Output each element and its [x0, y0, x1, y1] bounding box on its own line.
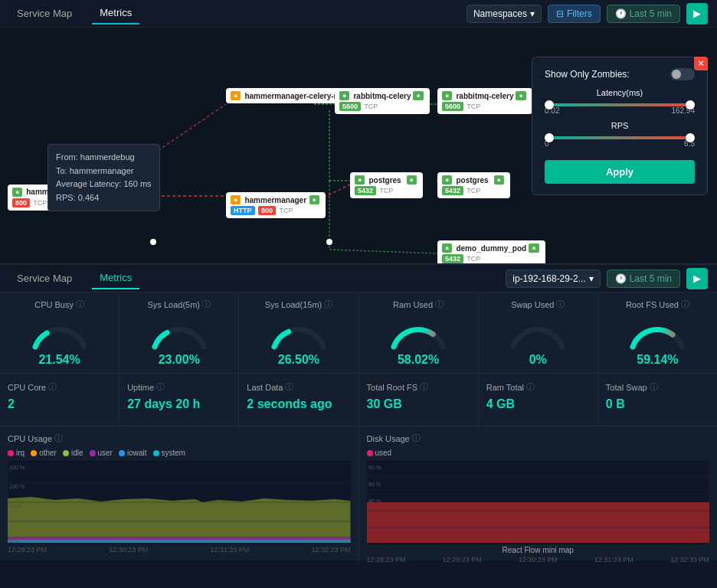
info-value-total-swap: 0 B — [606, 397, 625, 411]
svg-text:80 %: 80 % — [368, 465, 381, 470]
metrics-tab-metrics[interactable]: Metrics — [92, 267, 139, 289]
info-icon[interactable]: ⓘ — [420, 381, 428, 393]
legend-dot — [90, 450, 96, 456]
info-title-total-root-fs: Total Root FS ⓘ — [367, 381, 429, 393]
metrics-play-button[interactable]: ▶ — [686, 268, 708, 289]
metrics-tab-service-map[interactable]: Service Map — [9, 268, 80, 289]
info-icon[interactable]: ⓘ — [76, 299, 84, 310]
filter-button[interactable]: ⊟ Filters — [548, 5, 601, 23]
latency-slider-max-thumb[interactable] — [686, 100, 695, 109]
node-demo-dummy-pod[interactable]: ● demo_dummy_pod ● 5432 TCP — [437, 240, 545, 265]
info-icon[interactable]: ⓘ — [526, 381, 535, 393]
chevron-down-icon: ▾ — [530, 8, 535, 19]
gauge-card-cpu-busy: CPU Busy ⓘ 21.54% — [0, 292, 120, 373]
gauge-svg-ram-used — [388, 313, 449, 351]
info-icon[interactable]: ⓘ — [54, 433, 63, 444]
metrics-top-bar: Service Map Metrics ip-192-168-29-2... ▾… — [0, 265, 717, 292]
node-postgres-2[interactable]: ● postgres ● 5432 TCP — [437, 172, 510, 198]
legend-idle: idle — [63, 449, 83, 457]
namespace-select[interactable]: Namespaces ▾ — [467, 5, 542, 23]
connection-tooltip: From: hammerdebug To: hammermanager Aver… — [47, 144, 160, 211]
filter-icon: ⊟ — [556, 8, 564, 19]
gauge-svg-sys-load-5m — [149, 313, 210, 351]
info-card-cpu-core: CPU Core ⓘ 2 — [0, 374, 120, 426]
gauge-svg-swap-used — [507, 313, 568, 351]
zombies-toggle[interactable] — [670, 68, 695, 80]
info-title-last-data: Last Data ⓘ — [247, 381, 293, 393]
time-range-button[interactable]: 🕐 Last 5 min — [607, 5, 680, 23]
rps-slider-min-thumb[interactable] — [545, 133, 554, 142]
info-icon[interactable]: ⓘ — [202, 299, 211, 310]
info-icon[interactable]: ⓘ — [156, 381, 165, 393]
gauge-title-sys-load-15m: Sys Load(15m) ⓘ — [265, 299, 333, 310]
gauge-svg-sys-load-15m — [268, 313, 329, 351]
instance-select[interactable]: ip-192-168-29-2... ▾ — [506, 270, 600, 288]
node-hammermanager[interactable]: ● hammermanager ● HTTP 800 TCP — [226, 192, 326, 218]
node-rabbitmq-celery-2[interactable]: ● rabbitmq-celery ● 5600 TCP — [437, 88, 532, 114]
metrics-time-button[interactable]: 🕐 Last 5 min — [607, 270, 680, 288]
play-button[interactable]: ▶ — [686, 3, 708, 24]
latency-slider-min-thumb[interactable] — [545, 100, 554, 109]
rps-range: 0 6.5 — [545, 139, 695, 148]
info-icon[interactable]: ⓘ — [324, 299, 332, 310]
metrics-top-bar-right: ip-192-168-29-2... ▾ 🕐 Last 5 min ▶ — [506, 268, 708, 289]
legend-used: used — [367, 449, 392, 457]
svg-text:40 %: 40 % — [368, 498, 381, 504]
info-icon[interactable]: ⓘ — [412, 433, 421, 444]
rps-slider-max-thumb[interactable] — [686, 133, 695, 142]
gauge-title-root-fs-used: Root FS Used ⓘ — [626, 299, 689, 310]
apply-button[interactable]: Apply — [545, 160, 695, 184]
info-value-cpu-core: 2 — [8, 397, 15, 411]
disk-usage-chart: Disk Usage ⓘ used — [359, 426, 718, 560]
show-zombies-row: Show Only Zombies: — [545, 68, 695, 80]
tab-metrics[interactable]: Metrics — [92, 2, 139, 24]
disk-chart-title: Disk Usage ⓘ — [367, 433, 710, 444]
cpu-chart-x-labels: 12:29:23 PM 12:30:23 PM 12:31:23 PM 12:3… — [8, 544, 351, 555]
top-bar-right: Namespaces ▾ ⊟ Filters 🕐 Last 5 min ▶ — [467, 3, 708, 24]
svg-text:50 %: 50 % — [9, 503, 22, 508]
disk-chart-legend: used — [367, 449, 710, 457]
info-icon[interactable]: ⓘ — [681, 299, 689, 310]
gauge-title-ram-used: Ram Used ⓘ — [393, 299, 444, 310]
info-cards-row: CPU Core ⓘ 2 Uptime ⓘ 27 days 20 h Last … — [0, 374, 717, 426]
info-icon[interactable]: ⓘ — [556, 299, 565, 310]
charts-row: CPU Usage ⓘ irq other idle user — [0, 426, 717, 560]
info-value-total-root-fs: 30 GB — [367, 397, 402, 411]
legend-user: user — [90, 449, 113, 457]
svg-marker-15 — [8, 540, 351, 543]
gauge-value-sys-load-15m: 26.50% — [278, 353, 319, 367]
gauge-card-sys-load-15m: Sys Load(15m) ⓘ 26.50% — [239, 292, 358, 373]
svg-text:100 %: 100 % — [9, 484, 25, 489]
tab-service-map[interactable]: Service Map — [9, 3, 80, 24]
cpu-chart-legend: irq other idle user iowait — [8, 449, 351, 457]
info-value-uptime: 27 days 20 h — [127, 397, 200, 411]
top-bar: Service Map Metrics Namespaces ▾ ⊟ Filte… — [0, 0, 717, 28]
node-rabbitmq-celery-1[interactable]: ● rabbitmq-celery ● 5600 TCP — [335, 88, 430, 114]
info-icon[interactable]: ⓘ — [435, 299, 444, 310]
gauge-value-cpu-busy: 21.54% — [38, 353, 80, 367]
gauge-card-ram-used: Ram Used ⓘ 58.02% — [359, 292, 479, 373]
latency-slider[interactable] — [545, 103, 695, 106]
info-card-total-root-fs: Total Root FS ⓘ 30 GB — [359, 374, 479, 426]
info-icon[interactable]: ⓘ — [48, 381, 57, 393]
play-icon: ▶ — [693, 8, 701, 19]
gauge-value-root-fs-used: 59.14% — [637, 353, 678, 367]
gauge-card-root-fs-used: Root FS Used ⓘ 59.14% — [598, 292, 717, 373]
disk-chart-x-labels: 12:28:23 PM 12:29:23 PM 12:30:23 PM 12:3… — [367, 554, 710, 565]
svg-text:60 %: 60 % — [368, 482, 381, 487]
legend-dot — [8, 450, 14, 456]
legend-dot — [63, 450, 69, 456]
clock-icon: 🕐 — [615, 8, 627, 19]
node-tag: ● — [12, 188, 22, 197]
panel-close-button[interactable]: ✕ — [694, 57, 708, 70]
gauge-title-swap-used: Swap Used ⓘ — [511, 299, 565, 310]
info-icon[interactable]: ⓘ — [285, 381, 293, 393]
node-postgres-1[interactable]: ● postgres ● 5432 TCP — [350, 172, 423, 198]
info-card-uptime: Uptime ⓘ 27 days 20 h — [120, 374, 239, 426]
clock-icon: 🕐 — [615, 273, 627, 284]
latency-label: Latency(ms) — [545, 88, 695, 97]
rps-slider[interactable] — [545, 136, 695, 139]
gauge-card-sys-load-5m: Sys Load(5m) ⓘ 23.00% — [120, 292, 239, 373]
info-title-ram-total: Ram Total ⓘ — [486, 381, 535, 393]
info-icon[interactable]: ⓘ — [650, 381, 658, 393]
